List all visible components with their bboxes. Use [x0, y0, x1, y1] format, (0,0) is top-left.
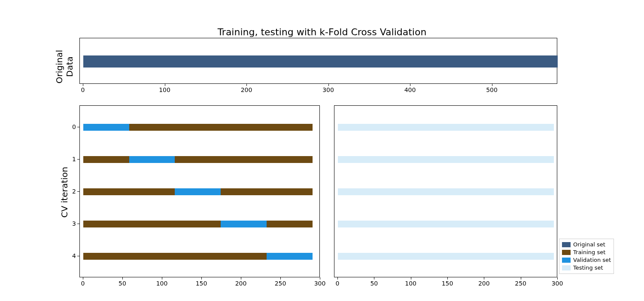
ylabel-original-data: Original Data — [54, 41, 75, 92]
training-segment — [129, 124, 313, 131]
cv-row — [338, 253, 558, 260]
training-segment — [83, 253, 267, 260]
xtick: 300 — [314, 280, 326, 287]
legend-entry-training: Training set — [562, 249, 611, 256]
legend-swatch-testing — [562, 265, 571, 270]
cv-row — [83, 156, 320, 163]
xtick: 0 — [336, 280, 340, 287]
ytick-cv: 0 — [69, 123, 76, 130]
ytick-cv: 1 — [69, 156, 76, 163]
cv-row — [83, 253, 320, 260]
legend-swatch-training — [562, 250, 571, 255]
training-segment — [83, 221, 221, 227]
xtick: 150 — [442, 280, 453, 287]
legend: Original setTraining setValidation setTe… — [559, 239, 614, 274]
cv-row — [83, 188, 320, 195]
testing-segment — [338, 188, 554, 195]
legend-entry-original: Original set — [562, 241, 611, 249]
cv-row — [338, 156, 558, 163]
xtick-top: 100 — [159, 86, 170, 93]
training-segment — [83, 188, 175, 195]
ytick-cv: 3 — [69, 220, 76, 227]
legend-label: Original set — [573, 241, 605, 249]
validation-segment — [267, 253, 313, 260]
cv-row — [83, 124, 320, 131]
xtick: 100 — [405, 280, 416, 287]
validation-segment — [221, 221, 267, 227]
cv-row — [338, 188, 558, 195]
xtick: 300 — [552, 280, 563, 287]
cv-row — [338, 124, 558, 131]
cv-row — [83, 221, 320, 227]
training-segment — [221, 188, 312, 195]
testing-segment — [338, 253, 554, 260]
xtick-top: 300 — [322, 86, 334, 93]
training-segment — [83, 156, 129, 163]
legend-entry-validation: Validation set — [562, 256, 611, 264]
xtick: 0 — [81, 280, 85, 287]
testing-segment — [338, 156, 554, 163]
xtick-top: 0 — [81, 86, 85, 93]
cv-row — [338, 221, 558, 227]
legend-swatch-validation — [562, 258, 571, 263]
xtick: 150 — [196, 280, 207, 287]
original-data-bar — [83, 55, 558, 68]
xtick: 250 — [515, 280, 526, 287]
figure: Training, testing with k-Fold Cross Vali… — [0, 0, 644, 301]
xtick: 100 — [156, 280, 168, 287]
training-segment — [267, 221, 313, 227]
panel-testing — [334, 105, 557, 277]
testing-segment — [338, 124, 554, 131]
xtick: 250 — [275, 280, 286, 287]
validation-segment — [129, 156, 175, 163]
xtick: 200 — [478, 280, 490, 287]
training-segment — [175, 156, 312, 163]
legend-entry-testing: Testing set — [562, 264, 611, 272]
panel-original-data — [79, 38, 557, 84]
xtick-top: 200 — [241, 86, 252, 93]
legend-label: Training set — [573, 249, 605, 256]
chart-title: Training, testing with k-Fold Cross Vali… — [0, 27, 644, 37]
ytick-cv: 4 — [69, 252, 76, 259]
legend-label: Testing set — [573, 264, 603, 272]
validation-segment — [83, 124, 129, 131]
ytick-cv: 2 — [69, 188, 76, 195]
validation-segment — [175, 188, 221, 195]
ylabel-cv-iteration: CV iteration — [59, 149, 70, 235]
testing-segment — [338, 221, 554, 227]
legend-label: Validation set — [573, 256, 611, 264]
xtick-top: 500 — [486, 86, 498, 93]
xtick: 50 — [118, 280, 126, 287]
panel-cv-iterations — [79, 105, 320, 277]
xtick: 50 — [370, 280, 378, 287]
xtick-top: 400 — [404, 86, 416, 93]
xtick: 200 — [235, 280, 247, 287]
legend-swatch-original — [562, 242, 571, 247]
